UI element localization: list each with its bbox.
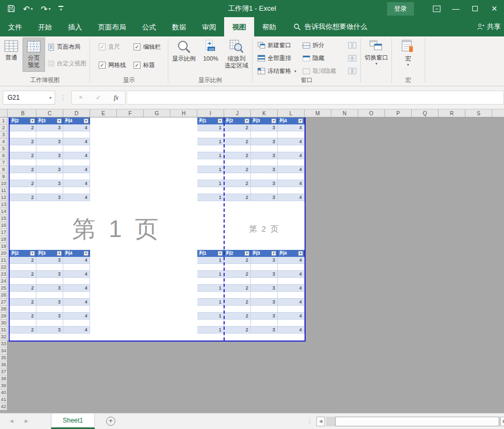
table-cell[interactable]: 3: [36, 313, 63, 320]
hscroll-thumb[interactable]: [335, 417, 499, 426]
table-cell[interactable]: 4: [278, 152, 305, 159]
filter-dropdown-icon[interactable]: ▼: [298, 119, 303, 123]
table-cell[interactable]: [63, 187, 90, 194]
table-header-cell[interactable]: 列2▼: [10, 117, 36, 124]
table-header-cell[interactable]: 列4▼: [63, 250, 90, 257]
filter-dropdown-icon[interactable]: ▼: [84, 251, 88, 256]
synchronous-scrolling-button[interactable]: [346, 53, 358, 64]
undo-button[interactable]: ↶▾: [23, 5, 33, 13]
col-header-E[interactable]: E: [90, 109, 117, 117]
customize-quick-access-button[interactable]: ▾: [58, 6, 63, 11]
row-header-33[interactable]: 33: [0, 341, 8, 347]
table-cell[interactable]: [197, 264, 224, 271]
table-cell[interactable]: [63, 278, 90, 285]
col-header-S[interactable]: S: [465, 109, 492, 117]
table-header-cell[interactable]: 列2▼: [224, 117, 251, 124]
table-cell[interactable]: [63, 306, 90, 313]
row-header-38[interactable]: 38: [0, 375, 8, 382]
table-cell[interactable]: [251, 292, 278, 299]
formula-input[interactable]: [128, 91, 504, 105]
table-cell[interactable]: 1: [197, 124, 224, 131]
row-header-4[interactable]: 4: [0, 138, 8, 145]
table-cell[interactable]: [197, 173, 224, 180]
table-cell[interactable]: 2: [224, 124, 251, 131]
row-header-27[interactable]: 27: [0, 299, 8, 306]
row-header-29[interactable]: 29: [0, 313, 8, 320]
col-header-O[interactable]: O: [358, 109, 385, 117]
table-cell[interactable]: 4: [63, 124, 90, 131]
tell-me-search[interactable]: 告诉我你想要做什么: [294, 17, 367, 36]
col-header-D[interactable]: D: [63, 109, 90, 117]
row-header-12[interactable]: 12: [0, 194, 8, 201]
table-header-cell[interactable]: 列4▼: [278, 117, 305, 124]
filter-dropdown-icon[interactable]: ▼: [218, 119, 223, 123]
table-cell[interactable]: [36, 187, 63, 194]
close-button[interactable]: ×: [485, 0, 504, 17]
next-sheet-icon[interactable]: ▶: [25, 418, 28, 424]
gridlines-checkbox[interactable]: ✓ 网格线: [99, 61, 126, 69]
freeze-panes-button[interactable]: 冻结窗格 ▾: [256, 65, 298, 77]
table-cell[interactable]: [197, 320, 224, 327]
table-cell[interactable]: [36, 306, 63, 313]
table-cell[interactable]: 4: [63, 327, 90, 334]
table-cell[interactable]: 4: [278, 124, 305, 131]
macros-button[interactable]: 宏 ▾: [396, 38, 420, 72]
table-cell[interactable]: 3: [36, 124, 63, 131]
table-cell[interactable]: 2: [224, 180, 251, 187]
col-header-L[interactable]: L: [278, 109, 305, 117]
normal-view-button[interactable]: 普通: [1, 38, 21, 72]
table-cell[interactable]: 1: [197, 313, 224, 320]
row-header-6[interactable]: 6: [0, 152, 8, 159]
table-cell[interactable]: [10, 292, 36, 299]
split-button[interactable]: 拆分: [301, 40, 326, 51]
table-cell[interactable]: [10, 278, 36, 285]
row-header-22[interactable]: 22: [0, 264, 8, 271]
formula-bar-checkbox[interactable]: ✓ 编辑栏: [134, 43, 161, 51]
table-cell[interactable]: 1: [197, 194, 224, 201]
table-cell[interactable]: [251, 278, 278, 285]
table-cell[interactable]: 1: [197, 327, 224, 334]
table-cell[interactable]: [224, 187, 251, 194]
filter-dropdown-icon[interactable]: ▼: [84, 119, 88, 123]
row-header-14[interactable]: 14: [0, 208, 8, 215]
table-cell[interactable]: 3: [251, 180, 278, 187]
hscroll-right-button[interactable]: ▶: [500, 417, 504, 426]
table-cell[interactable]: [10, 159, 36, 166]
col-header-F[interactable]: F: [117, 109, 144, 117]
table-cell[interactable]: [36, 131, 63, 138]
table-cell[interactable]: [251, 187, 278, 194]
col-header-K[interactable]: K: [251, 109, 278, 117]
row-header-31[interactable]: 31: [0, 327, 8, 334]
row-header-8[interactable]: 8: [0, 166, 8, 173]
table-cell[interactable]: [251, 145, 278, 152]
table-cell[interactable]: [36, 292, 63, 299]
table-cell[interactable]: 4: [63, 166, 90, 173]
table-cell[interactable]: 4: [278, 299, 305, 306]
table-cell[interactable]: 2: [224, 327, 251, 334]
table-cell[interactable]: 3: [251, 124, 278, 131]
table-cell[interactable]: 4: [278, 180, 305, 187]
table-cell[interactable]: 2: [224, 257, 251, 264]
table-cell[interactable]: [197, 187, 224, 194]
table-header-cell[interactable]: 列4▼: [278, 250, 305, 257]
table-cell[interactable]: [224, 264, 251, 271]
minimize-button[interactable]: —: [446, 0, 465, 17]
table-cell[interactable]: 4: [63, 313, 90, 320]
table-cell[interactable]: 2: [224, 285, 251, 292]
table-cell[interactable]: 1: [197, 285, 224, 292]
share-button[interactable]: 共享: [477, 17, 503, 36]
table-header-cell[interactable]: 列3▼: [36, 250, 63, 257]
table-header-cell[interactable]: 列3▼: [251, 117, 278, 124]
row-header-11[interactable]: 11: [0, 187, 8, 194]
row-header-17[interactable]: 17: [0, 229, 8, 236]
row-header-42[interactable]: 42: [0, 403, 8, 410]
table-cell[interactable]: 2: [10, 285, 36, 292]
table-cell[interactable]: 2: [10, 138, 36, 145]
table-cell[interactable]: 4: [278, 194, 305, 201]
filter-dropdown-icon[interactable]: ▼: [244, 251, 249, 256]
filter-dropdown-icon[interactable]: ▼: [57, 251, 62, 256]
table-cell[interactable]: [224, 145, 251, 152]
row-header-9[interactable]: 9: [0, 173, 8, 180]
reset-window-position-button[interactable]: [346, 65, 358, 77]
table-cell[interactable]: 3: [36, 138, 63, 145]
